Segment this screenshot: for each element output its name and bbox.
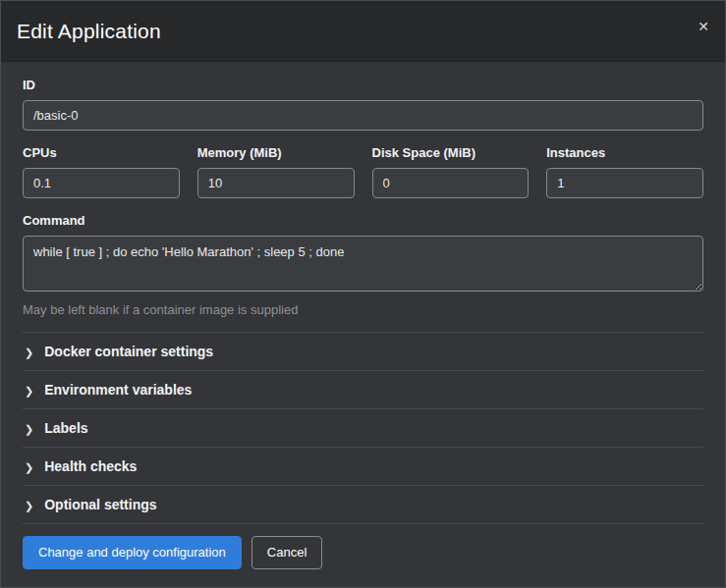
cancel-button[interactable]: Cancel — [251, 536, 322, 569]
chevron-right-icon: ❯ — [25, 386, 33, 397]
section-health-checks[interactable]: ❯ Health checks — [23, 448, 703, 486]
section-label: Health checks — [44, 458, 137, 474]
command-label: Command — [23, 213, 703, 228]
id-label: ID — [23, 78, 703, 92]
chevron-right-icon: ❯ — [25, 501, 33, 511]
memory-label: Memory (MiB) — [197, 145, 355, 160]
page-title: Edit Application — [17, 20, 709, 43]
close-icon[interactable]: ✕ — [696, 18, 711, 35]
resources-row: CPUs Memory (MiB) Disk Space (MiB) Insta… — [23, 145, 703, 213]
command-help-text: May be left blank if a container image i… — [23, 302, 703, 317]
change-and-deploy-button[interactable]: Change and deploy configuration — [23, 536, 242, 569]
cpus-field-group: CPUs — [23, 145, 180, 198]
chevron-right-icon: ❯ — [25, 424, 33, 435]
section-label: Optional settings — [44, 497, 156, 512]
modal-footer: Change and deploy configuration Cancel — [1, 524, 725, 588]
section-label: Docker container settings — [44, 344, 213, 359]
section-labels[interactable]: ❯ Labels — [23, 409, 703, 448]
id-field-group: ID — [23, 78, 703, 131]
command-textarea[interactable]: while [ true ] ; do echo 'Hello Marathon… — [23, 236, 703, 292]
instances-label: Instances — [546, 145, 703, 160]
cpus-label: CPUs — [23, 145, 180, 160]
command-field-group: Command while [ true ] ; do echo 'Hello … — [23, 213, 703, 317]
section-docker-container-settings[interactable]: ❯ Docker container settings — [23, 333, 703, 371]
memory-field-group: Memory (MiB) — [197, 145, 355, 198]
instances-input[interactable] — [546, 168, 703, 198]
modal-header: Edit Application ✕ — [1, 1, 725, 62]
edit-application-modal: Edit Application ✕ ID CPUs Memory (MiB) … — [1, 1, 725, 587]
chevron-right-icon: ❯ — [25, 462, 33, 473]
section-environment-variables[interactable]: ❯ Environment variables — [23, 371, 703, 409]
modal-body: ID CPUs Memory (MiB) Disk Space (MiB) In… — [1, 62, 725, 524]
memory-input[interactable] — [197, 168, 355, 198]
collapsible-sections: ❯ Docker container settings ❯ Environmen… — [23, 332, 703, 524]
instances-field-group: Instances — [546, 145, 703, 198]
chevron-right-icon: ❯ — [25, 347, 33, 358]
section-label: Environment variables — [44, 382, 192, 398]
disk-field-group: Disk Space (MiB) — [372, 145, 530, 198]
disk-input[interactable] — [372, 168, 530, 198]
section-optional-settings[interactable]: ❯ Optional settings — [23, 486, 703, 524]
id-input[interactable] — [23, 100, 703, 131]
section-label: Labels — [44, 420, 87, 436]
disk-label: Disk Space (MiB) — [372, 145, 530, 160]
cpus-input[interactable] — [23, 168, 180, 198]
